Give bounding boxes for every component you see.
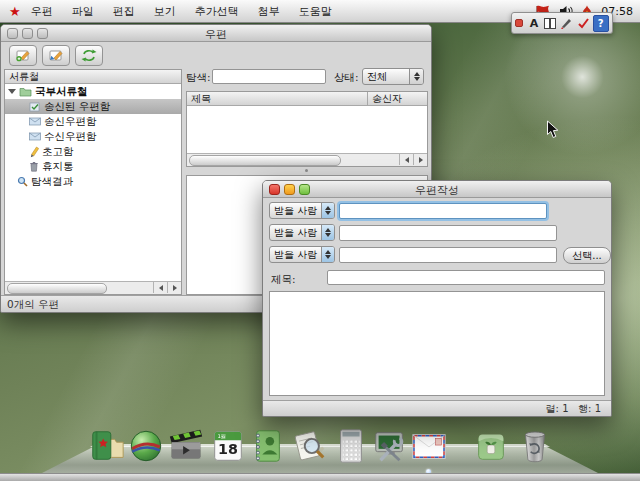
recipient-type-dropdown-1[interactable]: 받을 사람 xyxy=(269,202,335,219)
calendar-icon: 1월 18 xyxy=(209,426,247,466)
folder-sidebar: 서류철 국부서류철 송신된 우편함 송신 xyxy=(4,69,182,295)
list-horizontal-scrollbar[interactable] xyxy=(187,153,427,166)
dock-media-player[interactable] xyxy=(167,426,205,466)
pane-splitter[interactable] xyxy=(186,167,426,174)
columns-icon xyxy=(544,18,556,29)
ink-pen-icon xyxy=(560,17,573,29)
dropdown-stepper-icon[interactable] xyxy=(321,203,334,218)
expander-icon[interactable] xyxy=(8,89,16,94)
file-manager-icon xyxy=(88,426,126,466)
folder-icon xyxy=(19,87,32,97)
select-recipient-button[interactable]: 선택... xyxy=(563,247,611,264)
menu-items: 우편 파일 편집 보기 추가선택 첨부 도움말 xyxy=(31,4,332,19)
compose-mail-button[interactable] xyxy=(9,45,37,66)
mail-window-titlebar[interactable]: 우편 xyxy=(1,25,431,42)
mail-count: 0개의 우편 xyxy=(1,298,59,310)
dock-software-box[interactable] xyxy=(472,426,510,466)
drafts-pencil-icon xyxy=(29,146,39,158)
web-browser-icon xyxy=(127,426,165,466)
address-book-icon xyxy=(248,426,286,466)
menu-help[interactable]: 도움말 xyxy=(299,4,332,19)
ime-close-button[interactable] xyxy=(515,19,523,27)
tree-item-label: 송신된 우편함 xyxy=(44,100,110,114)
recipient-type-dropdown-2[interactable]: 받을 사람 xyxy=(269,224,335,241)
tree-item-label: 송신우편함 xyxy=(44,115,97,129)
tree-item-search-results[interactable]: 탐색결과 xyxy=(5,174,181,189)
recipient-type-dropdown-3[interactable]: 받을 사람 xyxy=(269,246,335,263)
dock-trash[interactable] xyxy=(516,426,554,466)
inbox-icon xyxy=(29,132,41,141)
calculator-icon xyxy=(332,426,370,466)
scroll-right-button[interactable] xyxy=(413,154,427,165)
ime-help-button[interactable]: ? xyxy=(593,15,609,32)
scrollbar-thumb[interactable] xyxy=(189,155,341,166)
dock-system-settings[interactable] xyxy=(371,426,409,466)
reply-mail-button[interactable] xyxy=(42,45,70,66)
ime-handwriting-button[interactable] xyxy=(560,16,574,31)
menu-attach[interactable]: 첨부 xyxy=(258,4,280,19)
dock-file-search[interactable] xyxy=(290,426,328,466)
dropdown-stepper-icon[interactable] xyxy=(321,225,334,240)
subject-input[interactable] xyxy=(327,270,605,285)
tree-item-sent-mailbox[interactable]: 송신된 우편함 xyxy=(5,99,181,114)
tree-item-drafts[interactable]: 초고함 xyxy=(5,144,181,159)
tree-item-outbox[interactable]: 송신우편함 xyxy=(5,114,181,129)
column-sender[interactable]: 송신자 xyxy=(367,92,402,105)
dock-calculator[interactable] xyxy=(332,426,370,466)
compose-titlebar[interactable]: 우편작성 xyxy=(263,181,611,198)
scrollbar-arrows xyxy=(153,282,181,294)
column-subject[interactable]: 제목 xyxy=(191,92,211,105)
compose-window: 우편작성 받을 사람 받을 사람 받을 사람 선택... 제목: 렬: 1 행:… xyxy=(262,180,612,417)
recipient-type-label: 받을 사람 xyxy=(270,248,321,262)
message-list-header: 제목 송신자 xyxy=(187,92,427,106)
menu-options[interactable]: 추가선택 xyxy=(195,4,239,19)
menu-edit[interactable]: 편집 xyxy=(113,4,135,19)
menu-file[interactable]: 파일 xyxy=(72,4,94,19)
recipient-input-1[interactable] xyxy=(339,203,547,219)
software-box-icon xyxy=(472,426,510,466)
sidebar-horizontal-scrollbar[interactable] xyxy=(5,281,181,294)
dropdown-stepper-icon[interactable] xyxy=(321,247,334,262)
recipient-input-3[interactable] xyxy=(339,247,557,263)
menu-view[interactable]: 보기 xyxy=(154,4,176,19)
tree-item-label: 국부서류철 xyxy=(35,85,88,99)
message-body-textarea[interactable] xyxy=(269,291,605,396)
scroll-left-button[interactable] xyxy=(153,282,167,293)
ime-latin-button[interactable]: A xyxy=(527,16,541,31)
send-receive-button[interactable] xyxy=(75,45,103,66)
search-results-icon xyxy=(17,176,28,187)
recipient-input-2[interactable] xyxy=(339,225,557,241)
dropdown-stepper-icon[interactable] xyxy=(409,69,423,84)
tree-item-label: 초고함 xyxy=(42,145,74,159)
recipient-type-label: 받을 사람 xyxy=(270,226,321,240)
pen-check-icon xyxy=(577,17,590,29)
status-filter-label: 상태: xyxy=(334,71,359,85)
message-list: 제목 송신자 xyxy=(186,91,428,167)
tree-item-trash[interactable]: 휴지통 xyxy=(5,159,181,174)
svg-text:18: 18 xyxy=(218,441,238,457)
scroll-right-button[interactable] xyxy=(167,282,181,293)
search-input[interactable] xyxy=(212,69,326,84)
sent-mail-icon xyxy=(29,102,41,112)
new-mail-icon xyxy=(15,49,31,62)
scroll-left-button[interactable] xyxy=(399,154,413,165)
ime-check-pen-button[interactable] xyxy=(576,16,590,31)
mail-toolbar xyxy=(9,45,103,66)
red-star-logo-icon[interactable]: ★ xyxy=(9,4,21,19)
dock-address-book[interactable] xyxy=(248,426,286,466)
menu-mail[interactable]: 우편 xyxy=(31,4,53,19)
tree-item-local-folders[interactable]: 국부서류철 xyxy=(5,84,181,99)
bottom-strip xyxy=(0,473,640,481)
scrollbar-thumb[interactable] xyxy=(7,283,107,294)
tree-item-label: 휴지통 xyxy=(42,160,74,174)
mouse-cursor xyxy=(546,120,559,139)
dock-file-manager[interactable] xyxy=(88,426,126,466)
dock-mail[interactable] xyxy=(410,426,448,466)
status-filter-dropdown[interactable]: 전체 xyxy=(362,68,424,85)
dock-calendar[interactable]: 1월 18 xyxy=(209,426,247,466)
ime-layout-icon[interactable] xyxy=(543,16,557,31)
system-settings-icon xyxy=(371,426,409,466)
tree-item-label: 수신우편함 xyxy=(44,130,97,144)
dock-web-browser[interactable] xyxy=(127,426,165,466)
tree-item-inbox[interactable]: 수신우편함 xyxy=(5,129,181,144)
